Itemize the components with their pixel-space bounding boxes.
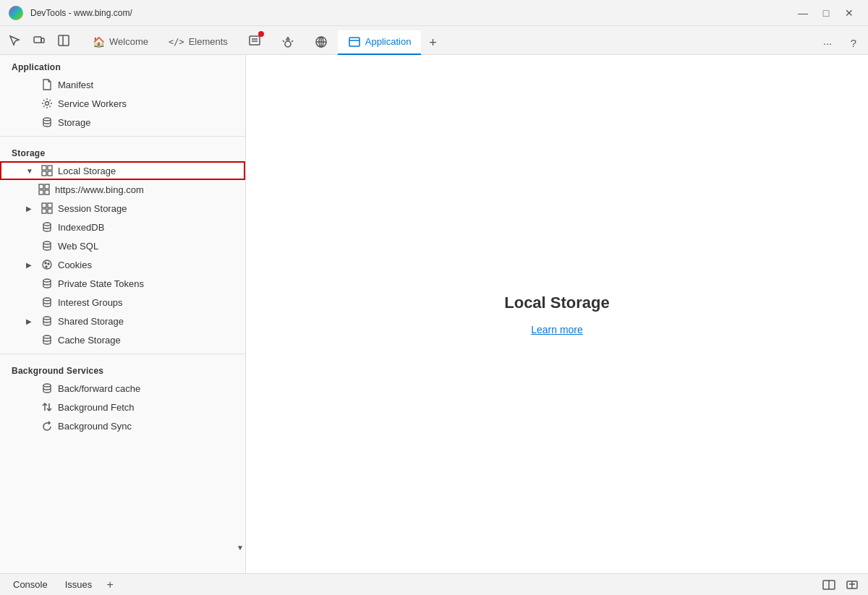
db-icon-websql (41, 240, 54, 252)
svg-rect-23 (45, 190, 49, 194)
help-button[interactable]: ? (842, 32, 865, 55)
learn-more-link[interactable]: Learn more (531, 324, 583, 335)
svg-point-7 (285, 41, 291, 47)
svg-rect-12 (349, 38, 359, 46)
svg-rect-16 (42, 166, 46, 170)
chevron-right-cookies: ▶ (26, 261, 36, 269)
bottom-tab-issues[interactable]: Issues (58, 576, 100, 593)
bottom-tab-console[interactable]: Console (6, 576, 55, 593)
svg-line-9 (283, 40, 284, 42)
bottom-ctrl-split[interactable] (819, 576, 839, 594)
main-container: Application Manifest (0, 55, 868, 573)
tab-application[interactable]: Application (338, 30, 422, 55)
svg-rect-24 (42, 203, 46, 207)
svg-rect-21 (45, 184, 49, 189)
sidebar-item-indexeddb[interactable]: IndexedDB (0, 218, 245, 236)
chevron-right-shared: ▶ (26, 317, 36, 325)
bottom-controls (819, 576, 862, 594)
device-toggle-button[interactable] (27, 29, 51, 52)
cookie-icon (41, 259, 54, 270)
svg-rect-17 (48, 166, 52, 170)
more-options: ··· ? (816, 32, 865, 55)
tab-console-panel[interactable] (238, 30, 271, 55)
sidebar-item-cache-storage[interactable]: Cache Storage (0, 330, 245, 349)
content-area: Local Storage Learn more (246, 55, 868, 573)
sidebar-item-interest-groups[interactable]: Interest Groups (0, 293, 245, 312)
tab-network[interactable] (305, 30, 338, 55)
title-bar-text: DevTools - www.bing.com/ (30, 8, 786, 18)
title-bar: DevTools - www.bing.com/ — □ ✕ (0, 0, 868, 26)
svg-point-38 (43, 384, 51, 387)
app-logo (9, 6, 23, 20)
storage-section-header: Storage (0, 141, 245, 161)
close-button[interactable]: ✕ (839, 6, 859, 20)
sidebar-item-back-forward-cache[interactable]: Back/forward cache (0, 379, 245, 398)
elements-icon: </> (169, 37, 184, 47)
tab-debugger[interactable] (271, 30, 305, 55)
bottom-add-tab-button[interactable]: + (102, 577, 118, 593)
scrollbar-down-arrow[interactable]: ▼ (235, 544, 245, 552)
svg-rect-2 (59, 35, 69, 46)
svg-rect-27 (48, 209, 52, 213)
svg-point-31 (45, 262, 46, 264)
divider-1 (0, 136, 245, 137)
db-icon-ig (41, 296, 54, 308)
minimize-button[interactable]: — (793, 6, 813, 20)
sidebar-item-cookies[interactable]: ▶ Cookies (0, 255, 245, 274)
sidebar-item-private-state-tokens[interactable]: Private State Tokens (0, 274, 245, 293)
sidebar-item-local-storage[interactable]: ▼ Local Storage (0, 161, 245, 180)
svg-rect-25 (48, 203, 52, 207)
svg-point-14 (46, 102, 49, 106)
sidebar-item-manifest[interactable]: Manifest (0, 75, 245, 94)
svg-point-35 (43, 298, 51, 301)
db-icon-indexed (41, 221, 54, 233)
svg-point-37 (43, 335, 51, 338)
window-controls: — □ ✕ (793, 6, 859, 20)
divider-2 (0, 354, 245, 354)
updown-icon (41, 401, 54, 413)
sidebar-item-bing-url[interactable]: https://www.bing.com (0, 180, 245, 199)
sidebar-item-background-sync[interactable]: Background Sync (0, 416, 245, 435)
sidebar-item-session-storage[interactable]: ▶ Session Storage (0, 199, 245, 218)
sidebar: Application Manifest (0, 55, 246, 573)
sidebar-item-storage-app[interactable]: Storage (0, 113, 245, 132)
sidebar-item-shared-storage[interactable]: ▶ Shared Storage (0, 312, 245, 330)
svg-rect-4 (250, 36, 260, 45)
sidebar-item-web-sql[interactable]: Web SQL (0, 236, 245, 255)
panel-toggle-button[interactable] (52, 29, 75, 52)
welcome-icon: 🏠 (93, 36, 105, 48)
more-button[interactable]: ··· (816, 32, 839, 55)
sidebar-item-background-fetch[interactable]: Background Fetch (0, 398, 245, 416)
svg-line-10 (292, 40, 293, 42)
devtools-toolbar: 🏠 Welcome </> Elements (0, 26, 868, 55)
tab-elements[interactable]: </> Elements (158, 30, 238, 55)
svg-rect-26 (42, 209, 46, 213)
svg-point-36 (43, 317, 51, 320)
grid-icon (41, 165, 54, 176)
bottom-bar: Console Issues + (0, 573, 868, 595)
maximize-button[interactable]: □ (816, 6, 836, 20)
svg-rect-18 (42, 171, 46, 176)
svg-rect-22 (39, 190, 43, 194)
sync-icon (41, 420, 54, 432)
sidebar-item-service-workers[interactable]: Service Workers (0, 94, 245, 113)
content-title: Local Storage (504, 294, 609, 312)
sidebar-scroll[interactable]: Application Manifest (0, 55, 245, 573)
svg-rect-20 (39, 184, 43, 189)
bottom-ctrl-expand[interactable] (842, 576, 862, 594)
chevron-down-icon: ▼ (26, 167, 36, 175)
chevron-right-icon: ▶ (26, 205, 36, 213)
svg-point-32 (48, 263, 49, 265)
add-tab-button[interactable]: + (421, 32, 444, 55)
svg-point-34 (43, 279, 51, 282)
inspect-element-button[interactable] (3, 29, 26, 52)
svg-rect-19 (48, 171, 52, 176)
svg-rect-0 (34, 37, 41, 43)
svg-point-15 (43, 118, 51, 121)
tab-welcome[interactable]: 🏠 Welcome (82, 30, 158, 55)
svg-point-29 (43, 241, 51, 244)
db-icon-pst (41, 278, 54, 289)
application-section-header: Application (0, 55, 245, 75)
bg-services-section-header: Background Services (0, 359, 245, 379)
grid-icon-session (41, 202, 54, 214)
